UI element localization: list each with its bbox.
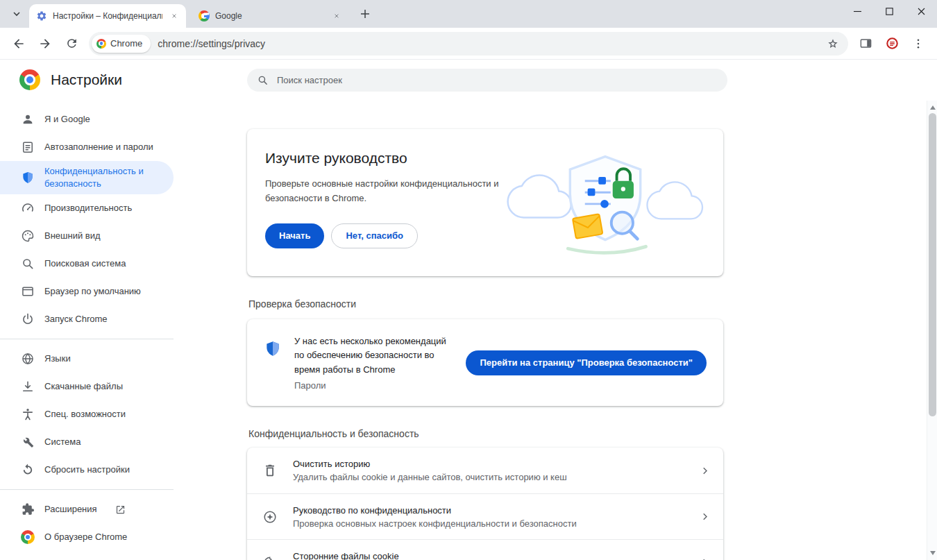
privacy-section-heading: Конфиденциальность и безопасность <box>248 428 723 439</box>
settings-sidebar: Я и Google Автозаполнение и пароли Конфи… <box>0 105 174 551</box>
tab-settings[interactable]: Настройки – Конфиденциальн <box>29 4 186 28</box>
sidebar-item-languages[interactable]: Языки <box>0 345 174 373</box>
page-title: Настройки <box>51 71 122 88</box>
sidebar-item-search-engine[interactable]: Поисковая система <box>0 250 174 278</box>
guide-start-button[interactable]: Начать <box>265 223 324 248</box>
chrome-logo-icon <box>96 39 106 49</box>
privacy-guide-promo-card: Изучите руководство Проверьте основные н… <box>247 129 723 276</box>
palette-icon <box>21 229 35 243</box>
close-window-button[interactable] <box>905 0 937 22</box>
sidebar-item-autofill[interactable]: Автозаполнение и пароли <box>0 133 174 161</box>
plus-icon <box>360 9 370 21</box>
scrollbar-thumb[interactable] <box>929 113 936 416</box>
sidebar-item-appearance[interactable]: Внешний вид <box>0 222 174 250</box>
globe-icon <box>21 352 35 366</box>
person-icon <box>21 112 35 126</box>
guide-dismiss-button[interactable]: Нет, спасибо <box>331 223 418 248</box>
google-favicon <box>199 10 210 22</box>
scroll-up-arrow[interactable] <box>927 102 937 113</box>
puzzle-icon <box>21 502 35 516</box>
sidebar-item-downloads[interactable]: Скачанные файлы <box>0 373 174 400</box>
reload-button[interactable] <box>60 32 83 56</box>
tab-close-button[interactable] <box>330 10 343 22</box>
power-icon <box>21 312 35 326</box>
new-tab-button[interactable] <box>355 5 375 24</box>
url-text: chrome://settings/privacy <box>158 38 823 49</box>
envelope-icon <box>573 214 602 239</box>
extension-button[interactable] <box>880 32 904 56</box>
search-input[interactable] <box>276 74 718 86</box>
maximize-button[interactable] <box>873 0 905 22</box>
settings-page: Настройки Я и Google Автозаполнение и па… <box>0 60 937 560</box>
chrome-logo-icon <box>19 69 40 90</box>
ground-line <box>568 246 645 253</box>
wrench-icon <box>21 435 35 449</box>
side-panel-button[interactable] <box>854 32 877 56</box>
scroll-down-arrow[interactable] <box>927 548 937 559</box>
shield-icon <box>21 171 35 185</box>
external-link-icon <box>115 504 126 515</box>
shield-icon <box>264 340 282 361</box>
safety-check-heading: Проверка безопасности <box>248 298 723 309</box>
reset-icon <box>21 463 35 477</box>
speedometer-icon <box>21 201 35 215</box>
settings-content: Изучите руководство Проверьте основные н… <box>247 129 723 560</box>
chevron-right-icon <box>699 557 711 560</box>
cookie-icon <box>262 555 278 560</box>
chevron-right-icon <box>699 511 711 523</box>
tab-close-button[interactable] <box>168 10 180 22</box>
chrome-logo-icon <box>21 530 35 544</box>
sidebar-item-system[interactable]: Система <box>0 428 174 456</box>
address-bar[interactable]: Chrome chrome://settings/privacy <box>89 32 848 56</box>
safety-check-button[interactable]: Перейти на страницу "Проверка безопаснос… <box>466 350 707 375</box>
browser-menu-button[interactable] <box>906 32 930 56</box>
chevron-down-icon <box>12 10 21 20</box>
safety-check-subtext: Пароли <box>294 380 453 391</box>
sidebar-divider <box>0 339 174 339</box>
page-scrollbar[interactable] <box>927 101 937 560</box>
forward-button[interactable] <box>33 32 57 56</box>
gear-icon <box>36 10 47 22</box>
settings-search[interactable] <box>247 69 727 92</box>
sidebar-item-privacy-security[interactable]: Конфиденциальность и безопасность <box>0 161 174 194</box>
sidebar-item-reset[interactable]: Сбросить настройки <box>0 456 174 484</box>
sidebar-item-extensions[interactable]: Расширения <box>0 495 174 523</box>
window-controls <box>841 0 937 28</box>
row-privacy-guide[interactable]: Руководство по конфиденциальности Провер… <box>247 493 723 539</box>
sidebar-item-on-startup[interactable]: Запуск Chrome <box>0 305 174 333</box>
toolbar: Chrome chrome://settings/privacy <box>0 28 937 60</box>
security-illustration <box>501 147 709 255</box>
sidebar-item-performance[interactable]: Производительность <box>0 194 174 222</box>
sidebar-item-accessibility[interactable]: Спец. возможности <box>0 400 174 428</box>
tab-title: Настройки – Конфиденциальн <box>53 11 162 21</box>
search-icon <box>257 74 269 86</box>
tab-search-button[interactable] <box>7 5 26 24</box>
site-info-label: Chrome <box>110 38 142 49</box>
back-button[interactable] <box>7 32 31 56</box>
sidebar-item-default-browser[interactable]: Браузер по умолчанию <box>0 278 174 305</box>
settings-brand: Настройки <box>19 69 122 90</box>
sidebar-item-you-and-google[interactable]: Я и Google <box>0 105 174 133</box>
autofill-icon <box>21 140 35 154</box>
privacy-guide-icon <box>262 509 278 525</box>
download-icon <box>21 380 35 393</box>
chevron-right-icon <box>699 465 711 477</box>
browser-window: Настройки – Конфиденциальн Google <box>0 0 937 560</box>
search-icon <box>21 257 35 271</box>
tab-strip: Настройки – Конфиденциальн Google <box>0 0 937 28</box>
guide-card-title: Изучите руководство <box>265 150 501 167</box>
privacy-settings-card: Очистить историю Удалить файлы cookie и … <box>247 448 723 560</box>
minimize-button[interactable] <box>841 0 873 22</box>
sidebar-divider <box>0 489 174 490</box>
safety-check-text: У нас есть несколько рекомендаций по обе… <box>294 334 453 376</box>
tab-google[interactable]: Google <box>192 4 348 28</box>
trash-icon <box>262 463 278 478</box>
sidebar-item-about-chrome[interactable]: О браузере Chrome <box>0 523 174 551</box>
row-clear-browsing-data[interactable]: Очистить историю Удалить файлы cookie и … <box>247 448 723 493</box>
bookmark-star-button[interactable] <box>823 34 843 53</box>
browser-window-icon <box>21 285 35 298</box>
site-info-chip[interactable]: Chrome <box>92 35 151 53</box>
row-third-party-cookies[interactable]: Сторонние файлы cookie Сторонние файлы c… <box>247 539 723 560</box>
tab-title: Google <box>215 11 325 21</box>
guide-card-body: Проверьте основные настройки конфиденциа… <box>265 177 501 206</box>
